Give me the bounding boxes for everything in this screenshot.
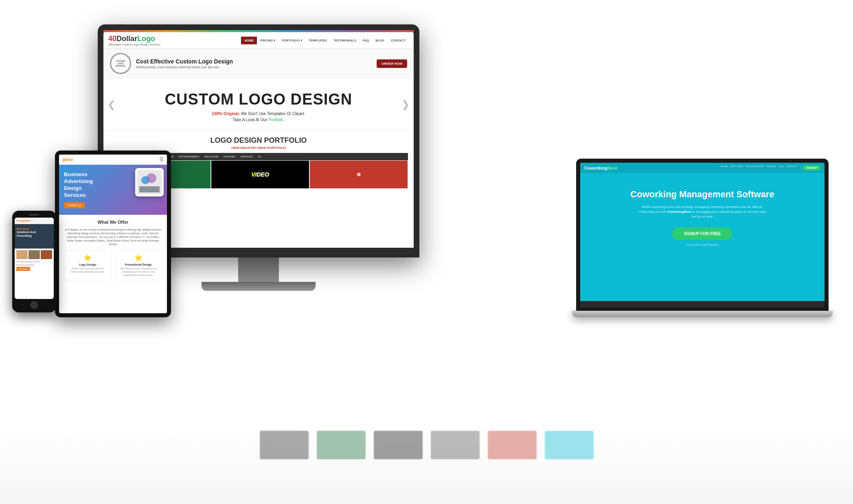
gibiyi-contact-button[interactable]: Contact Us — [64, 202, 85, 208]
40dollar-logo: 40DollarLogo — [108, 35, 237, 43]
phone-screen: Prayaarn › BusinessSolutions AndConsulti… — [15, 218, 54, 299]
hamburger-icon[interactable]: ☰ — [159, 157, 164, 162]
40dollar-nav-links: HOME PRICING ▾ PORTFOLIO ▾ TEMPLATES TES… — [241, 37, 409, 44]
promo-design-desc: Stay ahead of your competitors by promot… — [118, 267, 159, 277]
nav-templates[interactable]: TEMPLATES — [305, 37, 330, 44]
svg-rect-5 — [139, 186, 160, 192]
svg-point-4 — [147, 173, 156, 183]
gibiyi-what-we-offer-section: What We Offer At Prayaan, we are a team … — [59, 215, 167, 286]
prayaan-content: Professional logo services Business cons… — [15, 249, 54, 273]
hero-original-text: 100% Original. We Don't Use Templates Or… — [124, 111, 393, 116]
nav-portfolio[interactable]: PORTFOLIO ▾ — [278, 37, 305, 44]
portfolio-logo-red: ⊕ — [309, 160, 408, 189]
cat-services[interactable]: SERVICES — [239, 155, 254, 159]
scene: 40DollarLogo Affordable Custom Logo Desi… — [0, 0, 853, 504]
reflection-img-2 — [317, 431, 366, 459]
gibiyi-nav: gibiyi ☰ — [59, 155, 167, 165]
cw-nav-contact[interactable]: CONTACT — [786, 165, 798, 170]
prayaan-prev-arrow[interactable]: ‹ — [15, 235, 17, 238]
coworking-nav-links: HOME FEATURES INTEGRATIONS PRICING FAQ C… — [621, 165, 820, 170]
prayaan-hero-text: BusinessSolutions AndConsulting — [17, 227, 36, 238]
coworking-website: CoworkingNext HOME FEATURES INTEGRATIONS… — [580, 163, 824, 301]
laptop-hinge — [576, 308, 829, 311]
logo-design-desc: Define your business with our refined lo… — [68, 267, 108, 274]
next-arrow[interactable]: ❯ — [401, 99, 410, 110]
40dollar-tagline: Affordable Custom Logo Design Services — [108, 43, 237, 46]
cat-internet[interactable]: INTERNET — [222, 155, 237, 159]
coworking-no-card: No Credit Card Required — [592, 243, 812, 246]
coworking-signup-button[interactable]: SIGNUP — [803, 165, 820, 170]
prayaan-small-text-2: Business consulting — [16, 264, 52, 266]
prayaan-img-2 — [29, 250, 40, 259]
cw-nav-pricing[interactable]: PRICING — [766, 165, 776, 170]
prayaan-hero: BusinessSolutions AndConsulting ‹ › — [15, 224, 54, 249]
reflection-img-6 — [545, 431, 594, 459]
coworking-logo: CoworkingNext — [584, 166, 617, 170]
gibiyi-hero-svg — [137, 170, 162, 194]
cw-nav-home[interactable]: HOME — [720, 165, 728, 170]
gibiyi-hero: BusinessAdvertisingDesignServices Contac… — [59, 165, 167, 215]
coworking-hero: Coworking Management Software While cowo… — [580, 173, 824, 254]
cat-education[interactable]: EDUCATION — [203, 155, 220, 159]
service-card-logo: ⭐ Logo Design Define your business with … — [64, 250, 112, 280]
hero-text: Cost Effective Custom Logo Design PROFES… — [136, 58, 372, 69]
logo-design-name: Logo Design — [68, 263, 108, 266]
logo-design-icon: ⭐ — [68, 254, 108, 262]
coworking-nav: CoworkingNext HOME FEATURES INTEGRATIONS… — [580, 163, 824, 173]
nav-contact[interactable]: CONTACT — [388, 37, 409, 44]
laptop-bottom-bar — [580, 301, 824, 308]
order-now-button[interactable]: ORDER NOW — [377, 59, 407, 68]
40dollar-nav: 40DollarLogo Affordable Custom Logo Desi… — [103, 32, 414, 49]
monitor-stand-base — [202, 282, 316, 291]
gibiyi-section-title: What We Offer — [64, 220, 162, 225]
reflection-img-3 — [374, 431, 423, 459]
prayaan-cta-btn[interactable]: Get Started — [16, 267, 30, 271]
cw-nav-integrations[interactable]: INTEGRATIONS — [746, 165, 764, 170]
mobile-phone: Prayaarn › BusinessSolutions AndConsulti… — [12, 211, 56, 312]
nav-pricing[interactable]: PRICING ▾ — [257, 37, 278, 44]
hero-main-title: CUSTOM LOGO DESIGN — [124, 91, 393, 108]
hero-subtitle: PROFESSIONAL LOGO DESIGNS STARTING FROM … — [136, 66, 372, 69]
gibiyi-logo: gibiyi — [62, 157, 73, 162]
phone-frame: Prayaarn › BusinessSolutions AndConsulti… — [12, 211, 56, 312]
prayaan-img-1 — [16, 250, 28, 259]
portfolio-logo-video: VIDEO — [211, 160, 309, 189]
phone-home-button[interactable] — [30, 301, 38, 309]
laptop-screen: CoworkingNext HOME FEATURES INTEGRATIONS… — [580, 163, 824, 301]
tablet-screen: gibiyi ☰ BusinessAdvertisingDesignServic… — [59, 155, 167, 313]
laptop-frame: CoworkingNext HOME FEATURES INTEGRATIONS… — [576, 159, 829, 308]
bottom-reflections — [0, 423, 853, 504]
cat-more[interactable]: TE... — [256, 155, 265, 159]
coworking-hero-desc: While coworking is fun and exciting, man… — [637, 205, 767, 219]
cat-entertainment[interactable]: ENTERTAINMENT — [177, 155, 201, 159]
reflection-image-row — [243, 423, 610, 467]
promo-design-name: Promotional Design — [118, 263, 159, 266]
reflection-img-5 — [488, 431, 537, 459]
gibiyi-website: gibiyi ☰ BusinessAdvertisingDesignServic… — [59, 155, 167, 313]
prayaan-img-3 — [41, 250, 52, 259]
coworking-cta-button[interactable]: SIGNUP FOR FREE — [672, 227, 732, 240]
hero-section: ❮ CUSTOM LOGO DESIGN 100% Original. We D… — [103, 79, 414, 130]
nav-testimonials[interactable]: TESTIMONIALS — [330, 37, 360, 44]
prayaan-next-arrow[interactable]: › — [52, 235, 53, 238]
portfolio-subtitle[interactable]: VIEW INDUSTRY-WISE PORTFOLIO — [109, 146, 408, 150]
cw-nav-faq[interactable]: FAQ — [779, 165, 784, 170]
prayaan-logo: Prayaarn › — [17, 219, 33, 223]
nav-home[interactable]: HOME — [241, 37, 257, 44]
hero-stamp: CUSTOMLOGODESIGNS — [110, 53, 131, 74]
tablet-frame: gibiyi ☰ BusinessAdvertisingDesignServic… — [55, 151, 171, 317]
service-card-promo: ⭐ Promotional Design Stay ahead of your … — [115, 250, 162, 280]
gibiyi-hero-text: BusinessAdvertisingDesignServices — [64, 171, 118, 199]
promo-design-icon: ⭐ — [118, 254, 159, 262]
phone-speaker — [29, 214, 39, 216]
nav-blog[interactable]: BLOG — [372, 37, 388, 44]
nav-faq[interactable]: FAQ — [360, 37, 372, 44]
tablet: gibiyi ☰ BusinessAdvertisingDesignServic… — [55, 151, 171, 317]
gibiyi-desc: At Prayaan, we are a team of professiona… — [64, 228, 162, 246]
coworking-hero-title: Coworking Management Software — [592, 189, 812, 200]
gibiyi-hero-image — [135, 168, 164, 196]
cw-nav-features[interactable]: FEATURES — [730, 165, 743, 170]
prev-arrow[interactable]: ❮ — [107, 99, 116, 110]
hero-main: CUSTOM LOGO DESIGN 100% Original. We Don… — [116, 79, 401, 130]
reflection-img-4 — [431, 431, 480, 459]
